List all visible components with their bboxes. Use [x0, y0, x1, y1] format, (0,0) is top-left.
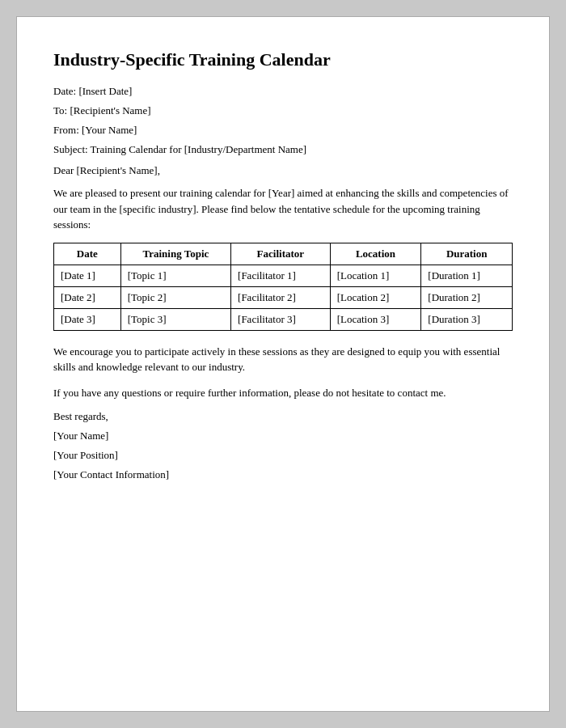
table-cell-r3-c4: [Location 3]: [330, 308, 421, 330]
encourage-paragraph: We encourage you to participate actively…: [53, 344, 513, 375]
table-header-row: Date Training Topic Facilitator Location…: [54, 243, 513, 265]
col-header-topic: Training Topic: [120, 243, 230, 265]
col-header-facilitator: Facilitator: [231, 243, 331, 265]
table-cell-r1-c5: [Duration 1]: [421, 265, 513, 286]
table-cell-r1-c2: [Topic 1]: [120, 265, 230, 286]
closing-regards: Best regards,: [53, 410, 513, 423]
to-line: To: [Recipient's Name]: [53, 104, 513, 117]
table-cell-r2-c4: [Location 2]: [330, 286, 421, 308]
table-cell-r2-c3: [Facilitator 2]: [231, 286, 331, 308]
col-header-duration: Duration: [421, 243, 513, 265]
table-cell-r2-c1: [Date 2]: [54, 286, 121, 308]
document-title: Industry-Specific Training Calendar: [53, 49, 513, 70]
table-cell-r3-c5: [Duration 3]: [421, 308, 513, 330]
table-cell-r3-c1: [Date 3]: [54, 308, 121, 330]
questions-paragraph: If you have any questions or require fur…: [53, 385, 513, 401]
document-page: Industry-Specific Training Calendar Date…: [16, 16, 550, 712]
from-line: From: [Your Name]: [53, 124, 513, 137]
table-cell-r1-c3: [Facilitator 1]: [231, 265, 331, 286]
col-header-date: Date: [54, 243, 121, 265]
col-header-location: Location: [330, 243, 421, 265]
closing-name: [Your Name]: [53, 430, 513, 442]
table-row: [Date 2][Topic 2][Facilitator 2][Locatio…: [54, 286, 513, 308]
closing-contact: [Your Contact Information]: [53, 468, 513, 481]
table-cell-r1-c1: [Date 1]: [54, 265, 121, 286]
subject-line: Subject: Training Calendar for [Industry…: [53, 143, 513, 156]
salutation: Dear [Recipient's Name],: [53, 164, 513, 177]
closing-position: [Your Position]: [53, 449, 513, 462]
training-table: Date Training Topic Facilitator Location…: [53, 243, 513, 331]
table-row: [Date 3][Topic 3][Facilitator 3][Locatio…: [54, 308, 513, 330]
table-cell-r2-c2: [Topic 2]: [120, 286, 230, 308]
table-cell-r3-c3: [Facilitator 3]: [231, 308, 331, 330]
table-cell-r3-c2: [Topic 3]: [120, 308, 230, 330]
table-row: [Date 1][Topic 1][Facilitator 1][Locatio…: [54, 265, 513, 286]
table-cell-r2-c5: [Duration 2]: [421, 286, 513, 308]
date-line: Date: [Insert Date]: [53, 85, 513, 98]
intro-paragraph: We are pleased to present our training c…: [53, 185, 513, 233]
table-cell-r1-c4: [Location 1]: [330, 265, 421, 286]
